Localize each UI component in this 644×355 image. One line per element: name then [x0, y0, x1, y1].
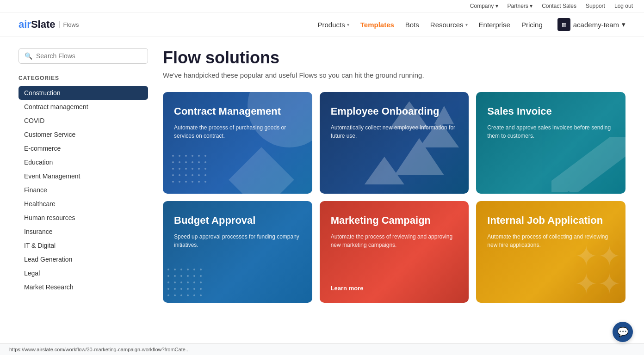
sidebar-item-human-resources[interactable]: Human resources [19, 211, 148, 225]
topbar-company[interactable]: Company ▾ [470, 3, 498, 9]
nav-resources[interactable]: Resources ▾ [430, 21, 468, 29]
card-title: Budget Approval [174, 214, 301, 227]
topbar-logout[interactable]: Log out [614, 3, 633, 9]
card-title: Employee Onboarding [331, 105, 458, 118]
sidebar-item-event-management[interactable]: Event Management [19, 169, 148, 183]
nav-bots[interactable]: Bots [405, 21, 419, 29]
card-budget-approval[interactable]: Budget Approval Speed up approval proces… [163, 201, 312, 303]
cards-grid: Contract Management Automate the process… [163, 92, 625, 303]
categories-label: CATEGORIES [19, 75, 148, 81]
sidebar-item-education[interactable]: Education [19, 155, 148, 169]
card-desc: Automate the process of collecting and r… [487, 233, 614, 249]
dots-decoration [167, 269, 204, 298]
card-employee-onboarding[interactable]: Employee Onboarding Automatically collec… [320, 92, 469, 194]
learn-more-link[interactable]: Learn more [331, 277, 458, 292]
dots-decoration [172, 155, 208, 184]
card-desc: Create and approve sales invoices before… [487, 123, 614, 140]
svg-marker-3 [364, 157, 404, 184]
card-desc: Automate the process of purchasing goods… [174, 123, 301, 140]
logo-flows: Flows [59, 21, 79, 28]
nav-pricing[interactable]: Pricing [521, 21, 543, 29]
sidebar-item-customer-service[interactable]: Customer Service [19, 128, 148, 141]
navbar: airSlate Flows Products ▾ Templates Bots… [0, 12, 644, 37]
topbar: Company ▾ Partners ▾ Contact Sales Suppo… [0, 0, 644, 12]
main-content: Flow solutions We've handpicked these po… [163, 48, 625, 303]
sidebar-item-legal[interactable]: Legal [19, 266, 148, 280]
logo-text: airSlate [19, 18, 56, 31]
page-subtitle: We've handpicked these popular and usefu… [163, 71, 625, 79]
sidebar-item-lead-generation[interactable]: Lead Generation [19, 252, 148, 266]
topbar-contact-sales[interactable]: Contact Sales [542, 3, 576, 9]
logo[interactable]: airSlate Flows [19, 18, 79, 31]
card-title: Internal Job Application [487, 214, 614, 227]
card-internal-job-application[interactable]: Internal Job Application Automate the pr… [476, 201, 625, 303]
card-title: Marketing Campaign [331, 214, 458, 227]
card-sales-invoice[interactable]: Sales Invoice Create and approve sales i… [476, 92, 625, 194]
card-title: Contract Management [174, 105, 301, 118]
sidebar-item-healthcare[interactable]: Healthcare [19, 197, 148, 211]
sidebar-item-construction[interactable]: Construction [19, 86, 148, 100]
card-desc: Automate the process of reviewing and ap… [331, 233, 458, 249]
nav-enterprise[interactable]: Enterprise [479, 21, 510, 29]
sidebar-item-ecommerce[interactable]: E-commerce [19, 141, 148, 155]
chevron-down-icon: ▾ [347, 22, 349, 27]
topbar-partners[interactable]: Partners ▾ [508, 3, 533, 9]
sidebar-item-market-research[interactable]: Market Research [19, 280, 148, 294]
sidebar-item-contract-management[interactable]: Contract management [19, 100, 148, 114]
nav-templates[interactable]: Templates [360, 21, 394, 29]
card-marketing-campaign[interactable]: Marketing Campaign Automate the process … [320, 201, 469, 303]
sidebar-item-insurance[interactable]: Insurance [19, 225, 148, 239]
sidebar-list: Construction Contract management COVID C… [19, 86, 148, 294]
chevron-down-icon: ▾ [465, 22, 468, 27]
sidebar-item-it-digital[interactable]: IT & Digital [19, 239, 148, 252]
nav-links: Products ▾ Templates Bots Resources ▾ En… [318, 21, 543, 29]
svg-marker-2 [394, 138, 444, 175]
page-container: 🔍 CATEGORIES Construction Contract manag… [0, 37, 644, 314]
nav-products[interactable]: Products ▾ [318, 21, 349, 29]
topbar-support[interactable]: Support [586, 3, 605, 9]
sidebar: 🔍 CATEGORIES Construction Contract manag… [19, 48, 148, 303]
chevron-down-icon: ▾ [622, 20, 625, 29]
academy-label: academy-team [573, 21, 619, 29]
search-icon: 🔍 [25, 52, 32, 60]
sidebar-item-covid[interactable]: COVID [19, 114, 148, 128]
academy-icon: ▦ [557, 18, 570, 31]
card-title: Sales Invoice [487, 105, 614, 118]
card-desc: Speed up approval processes for funding … [174, 233, 301, 249]
search-input[interactable] [36, 52, 142, 60]
search-box: 🔍 [19, 48, 148, 64]
sidebar-item-finance[interactable]: Finance [19, 183, 148, 197]
page-title: Flow solutions [163, 48, 625, 67]
card-desc: Automatically collect new employee infor… [331, 123, 458, 140]
academy-team-menu[interactable]: ▦ academy-team ▾ [557, 18, 625, 31]
card-contract-management[interactable]: Contract Management Automate the process… [163, 92, 312, 194]
